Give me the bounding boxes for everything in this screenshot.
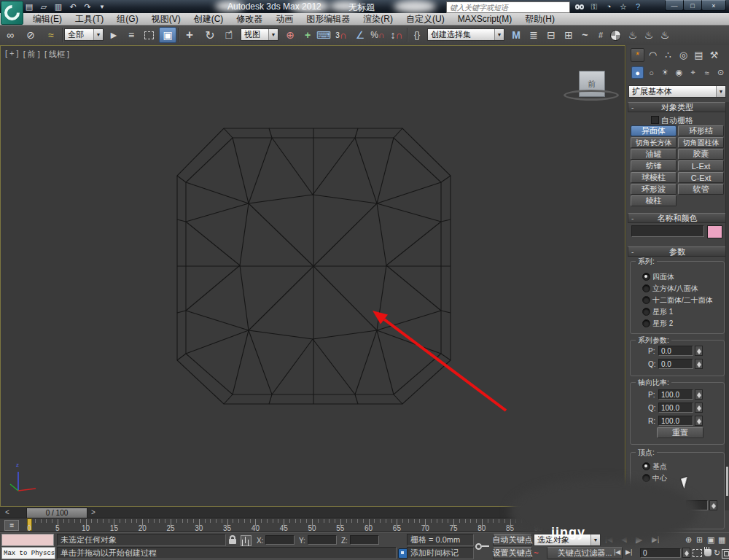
snap-toggle-icon[interactable]: 3∩	[332, 27, 350, 43]
application-menu-logo[interactable]	[1, 1, 23, 25]
material-editor-icon[interactable]	[607, 27, 624, 43]
current-frame-field[interactable]: 0	[640, 548, 681, 558]
subscription-key-icon[interactable]: ⚿	[588, 1, 601, 12]
default-in-out-tangents-icon[interactable]: ~	[534, 548, 538, 557]
zoom-extents-icon[interactable]: ▣	[707, 535, 714, 545]
frame-forward-arrow[interactable]: >	[87, 507, 99, 518]
viewport-menu-general[interactable]: [ + ]	[5, 49, 19, 60]
reference-coordinate-dropdown[interactable]: 视图▼	[241, 28, 278, 41]
object-button-oiltank[interactable]: 油罐	[631, 149, 677, 160]
series-radio-tetra[interactable]	[642, 273, 650, 281]
use-pivot-icon[interactable]: ⊕	[281, 27, 299, 43]
search-icon[interactable]	[573, 1, 586, 12]
series-radio-cube-octa[interactable]	[642, 284, 650, 292]
tab-modify[interactable]: ◠	[646, 48, 660, 62]
subtab-systems[interactable]: ⊙	[714, 66, 727, 79]
keyboard-override-icon[interactable]: ⌨	[315, 27, 332, 43]
viewcube-ring[interactable]	[564, 90, 619, 101]
object-name-field[interactable]	[631, 225, 704, 237]
subtab-lights[interactable]: ☀	[659, 66, 671, 79]
series-radio-dodec-icos[interactable]	[642, 296, 650, 304]
redo-icon[interactable]: ↷	[82, 1, 93, 12]
viewport-menu-pov[interactable]: [ 前 ]	[23, 49, 40, 60]
primitive-category-dropdown[interactable]: 扩展基本体▼	[628, 85, 726, 98]
z-coordinate-field[interactable]	[350, 535, 379, 545]
zoom-extents-all-icon[interactable]: ▦	[718, 535, 725, 545]
rendered-frame-icon[interactable]: ♨	[640, 27, 658, 43]
autogrid-checkbox[interactable]	[651, 116, 659, 124]
subtab-cameras[interactable]: ◉	[673, 66, 685, 79]
bind-to-spacewarp-icon[interactable]: ≈	[42, 27, 60, 43]
curve-editor-icon[interactable]: ~	[576, 27, 593, 43]
series-radio-star1[interactable]	[642, 308, 650, 316]
select-and-rotate-icon[interactable]: ↻	[201, 27, 219, 43]
object-button-cext[interactable]: C-Ext	[678, 172, 724, 183]
tab-utilities[interactable]: ⚒	[707, 48, 721, 62]
layer-manager-icon[interactable]: ⊟	[542, 27, 560, 43]
rollout-object-type[interactable]: - 对象类型	[628, 102, 727, 112]
select-object-icon[interactable]: ►	[105, 27, 122, 43]
auto-key-button[interactable]: 自动关键点	[493, 534, 532, 546]
axis-r-field[interactable]: 100.0	[658, 416, 693, 426]
rollout-parameters[interactable]: - 参数	[628, 246, 727, 257]
menu-edit[interactable]: 编辑(E)	[26, 13, 69, 26]
percent-snap-icon[interactable]: %∩	[369, 27, 386, 43]
menu-animation[interactable]: 动画	[269, 13, 300, 26]
y-coordinate-field[interactable]	[308, 535, 337, 545]
minimize-button[interactable]: —	[665, 0, 684, 11]
object-button-lext[interactable]: L-Ext	[678, 160, 724, 171]
selection-filter-dropdown[interactable]: 全部▼	[64, 28, 104, 41]
zoom-icon[interactable]: ⊕	[685, 535, 692, 545]
qat-customize-icon[interactable]: ▼	[96, 1, 108, 12]
object-button-gengon[interactable]: 球棱柱	[631, 172, 677, 183]
rollout-name-color[interactable]: - 名称和颜色	[628, 213, 727, 223]
favorites-star-icon[interactable]: ☆	[617, 1, 630, 12]
menu-help[interactable]: 帮助(H)	[518, 13, 561, 26]
menu-graph-editors[interactable]: 图形编辑器	[300, 13, 356, 26]
render-production-icon[interactable]: ♨	[656, 27, 674, 43]
object-button-capsule[interactable]: 胶囊	[678, 149, 724, 160]
q-spinner[interactable]	[695, 359, 703, 369]
axis-p-field[interactable]: 100.0	[658, 389, 693, 400]
select-and-manipulate-icon[interactable]: +	[299, 27, 316, 43]
reset-button[interactable]: 重置	[657, 427, 703, 438]
maximize-viewport-icon[interactable]	[722, 549, 729, 559]
menu-maxscript[interactable]: MAXScript(M)	[451, 13, 519, 26]
key-filters-button[interactable]: 关键点过滤器...	[547, 547, 623, 559]
set-keys-icon[interactable]	[475, 542, 490, 550]
select-and-move-icon[interactable]: +	[181, 27, 198, 43]
panel-scrollbar[interactable]	[725, 102, 729, 510]
select-and-scale-icon[interactable]: □↗	[220, 27, 238, 43]
object-button-prism[interactable]: 棱柱	[631, 195, 677, 206]
absolute-offset-toggle-icon[interactable]	[241, 535, 252, 546]
hidden-param-spinner[interactable]	[709, 500, 717, 510]
p-spinner[interactable]	[695, 346, 703, 356]
time-slider-handle[interactable]: 0 / 100	[26, 508, 87, 518]
open-file-icon[interactable]: ▱	[38, 1, 50, 12]
select-by-name-icon[interactable]: ≡	[122, 27, 140, 43]
previous-key-icon[interactable]: |◀	[614, 548, 620, 556]
axis-q-spinner[interactable]	[695, 402, 703, 413]
object-color-swatch[interactable]	[707, 225, 722, 238]
new-file-icon[interactable]: ▤	[23, 1, 35, 12]
viewport-front[interactable]: x y z [ + ] [ 前 ] [ 线框 ] 前	[0, 45, 625, 507]
help-icon[interactable]: ?	[631, 1, 644, 12]
axis-r-spinner[interactable]	[695, 416, 703, 426]
window-crossing-icon[interactable]: ▣	[159, 27, 176, 43]
tab-display[interactable]: ▤	[692, 48, 706, 62]
mini-curve-editor-icon[interactable]: ≣	[4, 520, 19, 531]
axis-p-spinner[interactable]	[695, 389, 703, 400]
panel-scrollbar-thumb[interactable]	[726, 467, 728, 496]
macro-recorder-field[interactable]	[1, 534, 54, 546]
object-button-chamferbox[interactable]: 切角长方体	[631, 137, 677, 148]
menu-tools[interactable]: 工具(T)	[69, 13, 110, 26]
tab-create[interactable]: *	[631, 48, 644, 62]
viewport-menu-shading[interactable]: [ 线框 ]	[44, 49, 69, 60]
frame-spinner[interactable]	[682, 548, 690, 558]
object-button-torus-knot[interactable]: 环形结	[678, 125, 724, 136]
menu-modifiers[interactable]: 修改器	[230, 13, 269, 26]
menu-views[interactable]: 视图(V)	[145, 13, 187, 26]
select-and-link-icon[interactable]: ∞	[1, 27, 19, 43]
unlink-selection-icon[interactable]: ⊘	[22, 27, 39, 43]
angle-snap-icon[interactable]: ∠	[351, 27, 369, 43]
